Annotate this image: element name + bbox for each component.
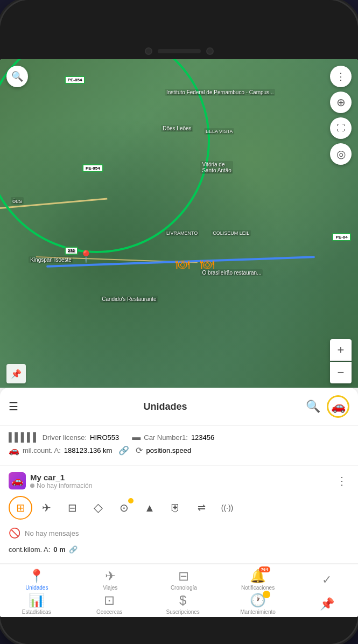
nav-icon-geocercas: ⊡ [104,593,115,608]
vehicle-name: My car_1 [30,473,92,482]
nav-item-mantenimiento[interactable]: 🕐 Mantenimiento [240,593,276,615]
expand-icon: ⛶ [336,123,345,133]
nav-icon-estadisticas: 📊 [29,593,45,608]
driver-license-value: HIRO553 [90,433,119,442]
nav-item-viajes[interactable]: ✈ Viajes [94,569,127,591]
km-value: 0 m [53,545,65,554]
action-icons-row: ⊞ ✈ ⊟ ◇ ⊙ ▲ [9,492,349,524]
nav-label-notificaciones: Notificaciones [241,585,275,591]
car-number-value: 123456 [191,433,214,442]
nav-item-cronologia[interactable]: ⊟ Cronología [167,569,200,591]
map-marker-food2[interactable]: 🍽 [200,256,214,273]
position-speed-info: ⟳ position.speed [136,445,191,456]
more-icon: ⋮ [336,71,346,82]
nav-label-viajes: Viajes [103,585,117,591]
vehicle-info-card: ▌▌▌▌▌ Driver license: HIRO553 ▬ Car Numb… [0,426,358,466]
map-more-button[interactable]: ⋮ [330,66,352,87]
mileage-label: mil.count. A: [23,446,61,454]
action-nav-button[interactable]: ▲ [138,496,162,520]
label-vitoria: Vitória deSanto Antão [200,161,233,174]
vehicle-info-row-2: 🚗 mil.count. A: 188123.136 km 🔗 ⟳ positi… [9,445,349,456]
road-sign-pe04: PE-04 [332,233,350,241]
label-kingspan: Kingspan Isoeste [29,256,73,263]
menu-button[interactable]: ☰ [9,400,18,413]
nav-item-geocercas[interactable]: ⊡ Geocercas [93,593,125,615]
nav-label-suscripciones: Suscripciones [166,609,200,615]
nav-label-mantenimiento: Mantenimiento [240,609,276,615]
vehicle-status: No hay información [30,482,92,489]
map-zoom-controls: + − [330,339,352,383]
action-signal-button[interactable]: ((·)) [215,496,239,520]
nav-label-geocercas: Geocercas [96,609,122,615]
action-route-button[interactable]: ⇌ [189,496,213,520]
action-copy-button[interactable]: ⊞ [9,496,32,520]
map-pin-button[interactable]: 📌 [6,364,26,383]
bottom-panel: ☰ Unidades 🔍 🚗 ▌▌▌▌▌ Driver license: HIR… [0,388,358,617]
speed-icon: ⟳ [136,445,143,456]
map-expand-button[interactable]: ⛶ [330,117,352,139]
panel-header: ☰ Unidades 🔍 🚗 [0,388,358,426]
road-sign-pe054-mid: PE-054 [82,164,103,172]
vehicle-list-header: 🚗 My car_1 No hay información ⋮ [9,472,349,489]
clock-badge [128,498,134,503]
nav-check-button[interactable]: ✓ [316,569,338,591]
speaker-grille [158,49,201,53]
map-compass-button[interactable]: ⊕ [330,92,352,113]
nav-item-estadisticas[interactable]: 📊 Estadísticas [20,593,53,615]
nav-top-row: 📍 Unidades ✈ Viajes ⊟ Cronología 🔔 [0,569,358,591]
location-icon: ◎ [336,148,346,160]
map-marker-kingspan[interactable]: 📍 [79,250,93,264]
phone-top-bar [0,0,358,59]
nav-pin-button[interactable]: 📌 [316,593,338,615]
driver-license-info: ▌▌▌▌▌ Driver license: HIRO553 [9,432,119,442]
label-candidos: Candido's Restaurante [100,296,158,303]
notification-badge: 764 [259,566,270,572]
mantenimiento-icon-wrapper: 🕐 [250,593,266,608]
action-diamond-button[interactable]: ◇ [86,496,110,520]
divider2: 🔗 [118,445,129,456]
action-clock-button[interactable]: ⊙ [112,496,136,520]
map-search-button[interactable]: 🔍 [6,66,28,87]
nav-item-notificaciones[interactable]: 🔔 764 Notificaciones [241,569,275,591]
nav-item-suscripciones[interactable]: $ Suscripciones [166,593,200,615]
vehicle-avatar: 🚗 [9,472,26,489]
label-coliseum: COLISEUM LEIL [211,230,251,236]
km-row: cont.kilom. A: 0 m 🔗 [9,542,349,557]
nav-item-unidades[interactable]: 📍 Unidades [20,569,53,591]
map-flag-icon: ⊟ [68,501,77,514]
action-shield-button[interactable]: ⛨ [164,496,187,520]
position-speed-value: position.speed [146,446,191,454]
nav-icon-cronologia: ⊟ [178,569,189,584]
pushpin-icon: 📌 [320,597,334,611]
car-number-info: ▬ Car Number1: 123456 [132,432,214,442]
vehicle-icon: 🚗 [331,400,346,414]
status-dot [30,484,34,488]
label-does: Dões Leões [161,125,193,132]
map-location-button[interactable]: ◎ [330,143,352,165]
header-search-button[interactable]: 🔍 [306,400,320,414]
map-marker-food1[interactable]: 🍽 [176,256,189,273]
vehicle-list-item[interactable]: 🚗 My car_1 No hay información ⋮ [0,466,358,564]
nav-label-unidades: Unidades [25,585,48,591]
zoom-out-button[interactable]: − [330,362,352,383]
nav-label-estadisticas: Estadísticas [22,609,51,615]
camera-area [145,47,214,55]
vehicle-icon-button[interactable]: 🚗 [327,395,349,418]
barcode-icon: ▌▌▌▌▌ [9,432,39,442]
clock-icon: ⊙ [120,501,129,514]
nav-bottom-row: 📊 Estadísticas ⊡ Geocercas $ Suscripcion… [0,593,358,615]
notification-icon-wrapper: 🔔 764 [250,569,266,584]
vehicle-name-area: 🚗 My car_1 No hay información [9,472,92,489]
zoom-in-button[interactable]: + [330,339,352,361]
vehicle-more-button[interactable]: ⋮ [334,472,349,489]
camera-dot-left [145,47,152,55]
camera-dot-right [206,47,214,55]
vehicle-info-text: My car_1 No hay información [30,473,92,489]
action-map-button[interactable]: ⊟ [60,496,84,520]
map-container[interactable]: Instituto Federal de Pernambuco - Campus… [0,59,358,388]
signal-icon: ((·)) [221,503,234,512]
action-settings-button[interactable]: ✈ [34,496,58,520]
nav-icon-suscripciones: $ [179,593,186,608]
label-instituto: Instituto Federal de Pernambuco - Campus… [165,89,276,96]
vehicle-info-row-1: ▌▌▌▌▌ Driver license: HIRO553 ▬ Car Numb… [9,432,349,442]
